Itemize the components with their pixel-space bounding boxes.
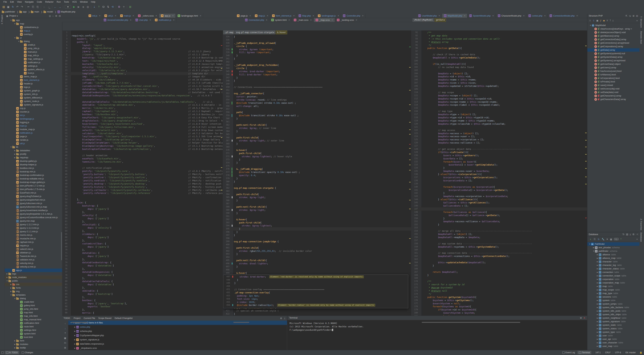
todo-scope-scope-based[interactable]: Scope Based bbox=[97, 317, 113, 320]
editor-tab-main.js[interactable]: JSmain.js✕ bbox=[118, 14, 136, 18]
menu-item-window[interactable]: Window bbox=[78, 1, 89, 3]
project-tree-item[interactable]: JSapp.js bbox=[5, 268, 62, 272]
group-by-module-icon[interactable]: 🗀 bbox=[64, 342, 66, 344]
menu-item-vcs[interactable]: VCS bbox=[70, 1, 78, 3]
database-tree-item[interactable]: ▶character_status: table bbox=[587, 267, 640, 270]
editor-tab-_main.scss[interactable]: S_main.scss✕ bbox=[292, 18, 314, 22]
project-tree-item[interactable]: JSEasePack.min.js bbox=[5, 191, 62, 195]
todo-scope-current-file[interactable]: Current File bbox=[82, 317, 96, 320]
debug-icon[interactable]: ▶ bbox=[76, 5, 81, 9]
project-tree-item[interactable]: ▶datatables bbox=[5, 149, 62, 152]
editor-tab-_landing.scss[interactable]: S_landing.scss✕ bbox=[335, 18, 359, 22]
project-tree-item[interactable]: Hgallery.html bbox=[5, 304, 62, 307]
tool-button-event-log[interactable]: Event Log bbox=[561, 351, 576, 354]
add-datasource-icon[interactable]: ＋ bbox=[589, 238, 592, 241]
project-tree-item[interactable]: JSpage.js bbox=[5, 135, 62, 138]
show-inherited-icon[interactable]: ▣ bbox=[596, 19, 598, 22]
editor-tab-landingpage.js[interactable]: JSlandingpage.js✕ bbox=[316, 14, 341, 18]
project-tree-item[interactable]: JSjquery-2.1.1.min.js bbox=[5, 230, 62, 233]
close-tab-icon[interactable]: ✕ bbox=[99, 15, 100, 17]
right-hscrollbar[interactable] bbox=[422, 322, 520, 323]
left-editor[interactable]: 12requirejs.config({3 baseUrl: 'js', // … bbox=[62, 31, 223, 323]
close-tab-icon[interactable]: ✕ bbox=[200, 15, 201, 17]
structure-method-row[interactable]: misPrivate():bool bbox=[587, 80, 640, 84]
structure-method-row[interactable]: mgetConnectionData():array bbox=[587, 38, 640, 41]
project-tree-item[interactable]: ▶form bbox=[5, 339, 62, 342]
menu-item-file[interactable]: File bbox=[2, 1, 8, 3]
project-tree-item[interactable]: ▶node_modules bbox=[5, 276, 62, 279]
project-tree-item[interactable]: Hroute.html bbox=[5, 325, 62, 328]
structure-method-row[interactable]: mgetCorporations():array bbox=[587, 45, 640, 48]
project-tree-item[interactable]: JSjquery.fullscreen.min.js bbox=[5, 202, 62, 205]
project-tree-item[interactable]: JSslidebars.js bbox=[5, 251, 62, 254]
project-tree-item[interactable]: JSmorris.min.js bbox=[5, 233, 62, 237]
editor-tab-Connection.php[interactable]: phpConnection.php✕ bbox=[243, 18, 269, 22]
stripe-mark[interactable] bbox=[221, 89, 222, 90]
sql-console-icon[interactable]: ▤ bbox=[626, 233, 628, 236]
hide-panel-icon[interactable]: ⊟ bbox=[59, 15, 61, 17]
editor-tab-app.js[interactable]: JSapp.js✕ bbox=[159, 14, 176, 18]
project-tree-item[interactable]: JSsystem_effects.js bbox=[5, 68, 62, 71]
stripe-mark[interactable] bbox=[409, 238, 410, 239]
changes-icon[interactable]: ⇅ bbox=[106, 5, 110, 9]
project-tree-item[interactable]: JSrender.js bbox=[5, 138, 62, 142]
breadcrumb-item[interactable]: ❯model bbox=[40, 11, 53, 13]
project-tree-item[interactable]: JSmanual.js bbox=[5, 50, 62, 54]
project-tree-item[interactable]: JStrust.js bbox=[5, 71, 62, 75]
project-tree-item[interactable]: ▶logs bbox=[5, 272, 62, 276]
stop-icon[interactable]: ■ bbox=[606, 238, 608, 240]
stripe-mark[interactable] bbox=[409, 154, 410, 154]
close-tab-icon[interactable]: ✕ bbox=[115, 15, 116, 17]
stripe-mark[interactable] bbox=[585, 184, 586, 184]
settings-icon[interactable]: ⚙ bbox=[632, 233, 634, 236]
project-tree-item[interactable]: JSrequire.js bbox=[5, 244, 62, 247]
todo-file-row[interactable]: ▶phpCcpSystemsMapper.php bbox=[68, 333, 287, 337]
tool-button-project[interactable]: 1: Project bbox=[0, 14, 4, 25]
project-tree-item[interactable]: ▶pnotify bbox=[5, 152, 62, 156]
project-tree-item[interactable]: ▼app bbox=[5, 19, 62, 22]
project-tree-item[interactable]: JSmap.js bbox=[5, 29, 62, 33]
project-tree-item[interactable]: ▼ui bbox=[5, 36, 62, 40]
editor-tab-Map.php[interactable]: phpMap.php✕ bbox=[297, 14, 316, 18]
database-tree-item[interactable]: ▶connection: table bbox=[587, 270, 640, 274]
project-tree-item[interactable]: JSbootstrap-editable.min.js bbox=[5, 177, 62, 180]
editor-tab-UserModel.php[interactable]: phpUserModel.php✕ bbox=[416, 14, 442, 18]
project-tree-item[interactable]: Hmap_manual.html bbox=[5, 318, 62, 321]
project-structure-icon[interactable]: ⊞ bbox=[128, 5, 132, 9]
status-segment[interactable]: CRLF bbox=[603, 351, 613, 354]
database-tree-item[interactable]: ▶map: table bbox=[587, 284, 640, 288]
stripe-mark[interactable] bbox=[409, 111, 410, 111]
menu-item-view[interactable]: View bbox=[16, 1, 24, 3]
settings-icon[interactable]: ⚙ bbox=[580, 317, 582, 319]
stripe-mark[interactable] bbox=[409, 165, 410, 165]
stripe-mark[interactable] bbox=[409, 182, 410, 182]
editor-tab-_map.scss[interactable]: S_map.scss✕ bbox=[314, 18, 335, 22]
collapse-icon[interactable]: ⤓ bbox=[612, 19, 614, 22]
stripe-mark[interactable] bbox=[409, 122, 410, 123]
editor-tab-AccessController.php[interactable]: phpAccessController.php✕ bbox=[102, 18, 134, 22]
right-editor[interactable]: 91 /**92 * get map data93 * -> this incl… bbox=[411, 31, 587, 323]
structure-method-row[interactable]: mgetUserData():object bbox=[587, 62, 640, 66]
close-tab-icon[interactable]: ✕ bbox=[338, 15, 339, 17]
database-tree-item[interactable]: ▶alliance: table bbox=[587, 253, 640, 256]
table-editor-icon[interactable]: ▦ bbox=[610, 238, 612, 240]
stripe-mark[interactable] bbox=[409, 90, 410, 91]
database-tree-item[interactable]: ▶corporation: table bbox=[587, 277, 640, 281]
close-tab-icon[interactable]: ✕ bbox=[492, 15, 494, 17]
project-tree-item[interactable]: JSONjquery.min.map bbox=[5, 219, 62, 223]
stripe-mark[interactable] bbox=[409, 129, 410, 130]
menu-item-edit[interactable]: Edit bbox=[8, 1, 16, 3]
close-tab-icon[interactable]: ✕ bbox=[310, 19, 312, 21]
project-tree-item[interactable]: Hmap.html bbox=[5, 311, 62, 314]
middle-editor[interactable]: .pf-mapsvg.pf-map-connection-stargate&:h… bbox=[223, 31, 411, 323]
project-tree-item[interactable]: ▼map bbox=[5, 22, 62, 26]
close-tab-icon[interactable]: ✕ bbox=[523, 15, 524, 17]
tool-button--todo[interactable]: 6: TODO bbox=[5, 351, 19, 354]
editor-tab-CharacterModel.php[interactable]: phpCharacterModel.php✕ bbox=[496, 14, 526, 18]
project-tree-item[interactable]: JSsystem_killboard.js bbox=[5, 96, 62, 100]
project-tree-item[interactable]: JSbootstrap.min.js bbox=[5, 170, 62, 173]
editor-tab-init.js[interactable]: JSinit.js✕ bbox=[87, 14, 102, 18]
structure-method-row[interactable]: mgetConnections():array|mixed bbox=[587, 41, 640, 45]
structure-method-row[interactable]: misAlliance():bool bbox=[587, 73, 640, 76]
profile-icon[interactable]: ◍ bbox=[86, 5, 90, 9]
